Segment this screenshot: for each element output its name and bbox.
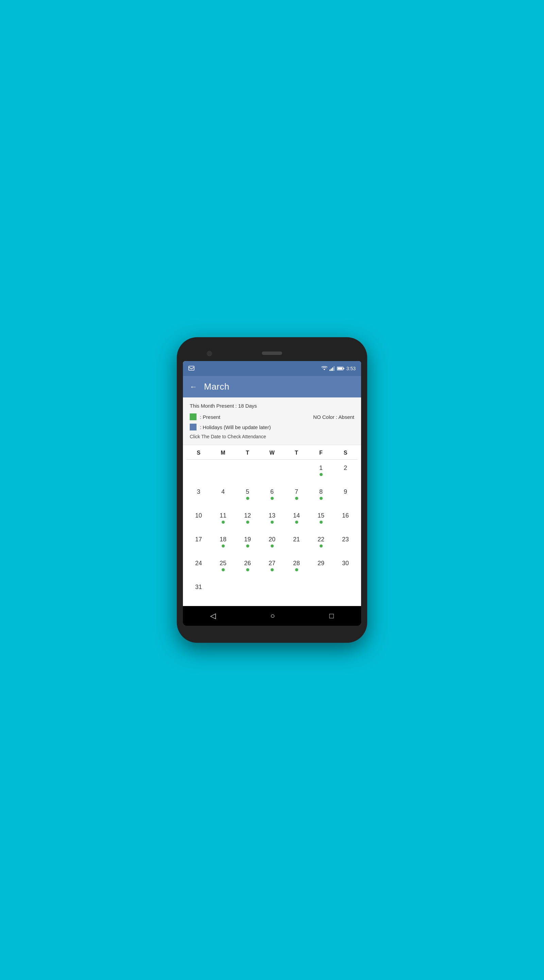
present-legend-label: : Present <box>200 414 220 420</box>
date-number: 8 <box>319 488 323 495</box>
date-number: 24 <box>195 560 202 567</box>
calendar-cell[interactable]: 9 <box>333 484 358 508</box>
calendar-cell[interactable]: 8 <box>309 484 333 508</box>
calendar-cell[interactable]: 29 <box>309 555 333 579</box>
attendance-dot <box>320 473 323 476</box>
attendance-dot <box>246 497 249 500</box>
date-number: 18 <box>220 536 227 543</box>
calendar-cell[interactable]: 6 <box>260 484 284 508</box>
calendar-cell[interactable]: 28 <box>284 555 309 579</box>
date-number: 19 <box>244 536 251 543</box>
calendar-cell[interactable]: 12 <box>235 508 260 531</box>
day-header-cell: T <box>235 450 260 456</box>
day-header-cell: M <box>211 450 235 456</box>
calendar-cell[interactable]: 17 <box>186 531 211 555</box>
calendar-cell[interactable]: 27 <box>260 555 284 579</box>
click-instruction: Click The Date to Check Attendance <box>190 434 354 439</box>
calendar-cell <box>211 460 235 484</box>
attendance-dot <box>295 520 298 524</box>
present-days-label: This Month Present : 18 Days <box>190 403 354 409</box>
calendar-grid: 1234567891011121314151617181920212223242… <box>186 460 358 603</box>
date-number: 21 <box>293 536 300 543</box>
present-color-box <box>190 414 197 420</box>
date-number: 13 <box>269 512 275 519</box>
date-number: 5 <box>246 488 249 495</box>
calendar-cell[interactable]: 3 <box>186 484 211 508</box>
date-number: 7 <box>295 488 298 495</box>
attendance-dot <box>295 568 298 571</box>
calendar-cell[interactable]: 21 <box>284 531 309 555</box>
calendar-cell[interactable]: 25 <box>211 555 235 579</box>
calendar-cell[interactable]: 10 <box>186 508 211 531</box>
date-number: 31 <box>195 584 202 591</box>
date-number: 12 <box>244 512 251 519</box>
calendar-cell[interactable]: 14 <box>284 508 309 531</box>
calendar-cell[interactable]: 15 <box>309 508 333 531</box>
date-number: 25 <box>220 560 227 567</box>
svg-rect-2 <box>330 369 330 371</box>
attendance-dot <box>320 544 323 547</box>
date-number: 27 <box>269 560 275 567</box>
calendar-cell[interactable]: 20 <box>260 531 284 555</box>
phone-screen: 3:53 ← March This Month Present : 18 Day… <box>183 361 361 626</box>
day-header-cell: S <box>186 450 211 456</box>
calendar-cell[interactable]: 2 <box>333 460 358 484</box>
calendar-cell[interactable]: 18 <box>211 531 235 555</box>
calendar-cell <box>260 579 284 603</box>
attendance-dot <box>271 544 274 547</box>
date-number: 23 <box>342 536 349 543</box>
svg-rect-4 <box>332 368 333 371</box>
date-number: 14 <box>293 512 300 519</box>
calendar-cell <box>284 460 309 484</box>
date-number: 29 <box>317 560 324 567</box>
calendar-cell[interactable]: 16 <box>333 508 358 531</box>
calendar-section: SMTWTFS 12345678910111213141516171819202… <box>183 445 361 606</box>
calendar-cell <box>235 579 260 603</box>
svg-rect-7 <box>343 368 344 369</box>
calendar-cell <box>260 460 284 484</box>
info-section: This Month Present : 18 Days : Present N… <box>183 398 361 445</box>
page-title: March <box>204 382 230 392</box>
wifi-icon <box>321 366 327 371</box>
calendar-cell[interactable]: 23 <box>333 531 358 555</box>
calendar-cell[interactable]: 26 <box>235 555 260 579</box>
back-button[interactable]: ← <box>190 382 197 391</box>
nav-recent-button[interactable]: □ <box>330 611 334 620</box>
calendar-cell[interactable]: 19 <box>235 531 260 555</box>
phone-outer: 3:53 ← March This Month Present : 18 Day… <box>177 337 367 643</box>
date-number: 10 <box>195 512 202 519</box>
calendar-cell[interactable]: 11 <box>211 508 235 531</box>
attendance-dot <box>222 568 225 571</box>
attendance-dot <box>271 520 274 524</box>
status-time: 3:53 <box>346 366 356 371</box>
calendar-cell <box>284 579 309 603</box>
svg-rect-0 <box>189 366 194 370</box>
battery-icon <box>337 366 344 371</box>
date-number: 9 <box>344 488 347 495</box>
status-bar: 3:53 <box>183 361 361 376</box>
day-header-cell: S <box>333 450 358 456</box>
attendance-dot <box>246 520 249 524</box>
attendance-dot <box>222 520 225 524</box>
calendar-cell[interactable]: 7 <box>284 484 309 508</box>
calendar-cell[interactable]: 31 <box>186 579 211 603</box>
attendance-dot <box>246 544 249 547</box>
phone-bottom-bar <box>183 626 361 633</box>
calendar-cell[interactable]: 13 <box>260 508 284 531</box>
calendar-cell[interactable]: 24 <box>186 555 211 579</box>
calendar-header: SMTWTFS <box>186 445 358 460</box>
date-number: 16 <box>342 512 349 519</box>
calendar-cell[interactable]: 4 <box>211 484 235 508</box>
calendar-cell[interactable]: 5 <box>235 484 260 508</box>
attendance-dot <box>320 520 323 524</box>
attendance-dot <box>271 568 274 571</box>
day-header-cell: W <box>260 450 284 456</box>
calendar-cell[interactable]: 22 <box>309 531 333 555</box>
nav-back-button[interactable]: ◁ <box>210 611 216 620</box>
date-number: 3 <box>197 488 200 495</box>
calendar-cell[interactable]: 1 <box>309 460 333 484</box>
calendar-cell[interactable]: 30 <box>333 555 358 579</box>
nav-home-button[interactable]: ○ <box>270 611 275 620</box>
attendance-dot <box>271 497 274 500</box>
bottom-nav: ◁ ○ □ <box>183 606 361 626</box>
